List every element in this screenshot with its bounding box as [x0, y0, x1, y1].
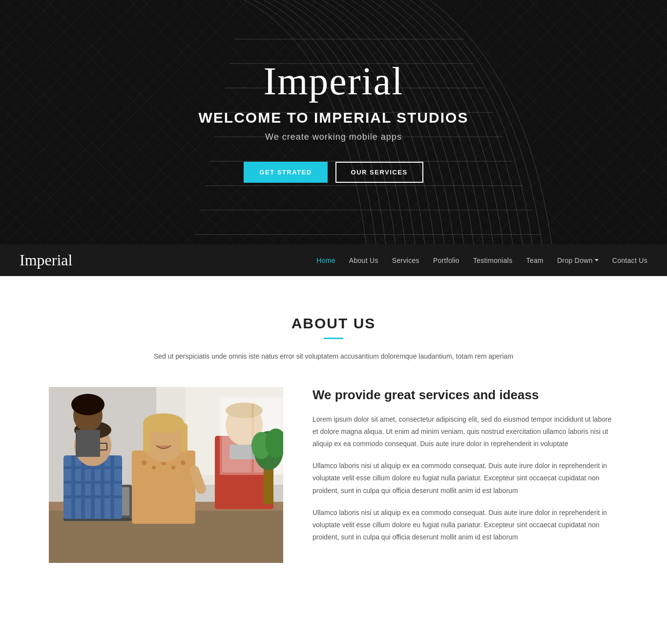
- svg-point-33: [152, 466, 156, 470]
- hero-logo: Imperial: [199, 62, 469, 101]
- nav-link-contact[interactable]: Contact Us: [612, 257, 647, 264]
- svg-rect-48: [76, 430, 100, 457]
- nav-item-home[interactable]: Home: [316, 256, 335, 265]
- navbar: Imperial Home About Us Services Portfoli…: [0, 244, 667, 276]
- hero-buttons: GET STRATED OUR SERVICES: [199, 162, 469, 183]
- nav-link-team[interactable]: Team: [526, 257, 543, 264]
- get-started-button[interactable]: GET STRATED: [244, 162, 327, 183]
- nav-link-portfolio[interactable]: Portfolio: [433, 257, 459, 264]
- about-heading: We provide great services and ideass: [313, 387, 618, 404]
- svg-point-32: [142, 460, 146, 465]
- chevron-down-icon: [595, 259, 599, 261]
- about-title: ABOUT US: [49, 315, 618, 332]
- hero-section: Imperial WELCOME TO IMPERIAL STUDIOS We …: [0, 0, 667, 244]
- about-intro: Sed ut perspiciatis unde omnis iste natu…: [150, 351, 517, 363]
- svg-point-36: [181, 460, 186, 465]
- hero-subtitle: We create working mobile apps: [199, 132, 469, 142]
- nav-links: Home About Us Services Portfolio Testimo…: [316, 256, 647, 265]
- svg-rect-50: [222, 399, 251, 472]
- about-image: [49, 387, 283, 563]
- section-header: ABOUT US Sed ut perspiciatis unde omnis …: [49, 315, 618, 363]
- svg-rect-40: [181, 423, 188, 452]
- nav-item-contact[interactable]: Contact Us: [612, 256, 647, 265]
- about-text: We provide great services and ideass Lor…: [313, 387, 618, 553]
- our-services-button[interactable]: OUR SERVICES: [335, 162, 423, 183]
- nav-item-about[interactable]: About Us: [349, 256, 378, 265]
- nav-link-dropdown[interactable]: Drop Down: [557, 257, 599, 264]
- nav-item-services[interactable]: Services: [392, 256, 419, 265]
- svg-point-47: [71, 394, 104, 415]
- section-divider: [324, 338, 343, 339]
- nav-link-home[interactable]: Home: [316, 257, 335, 264]
- nav-brand[interactable]: Imperial: [20, 251, 72, 269]
- svg-rect-39: [143, 423, 150, 452]
- nav-link-about[interactable]: About Us: [349, 257, 378, 264]
- nav-item-team[interactable]: Team: [526, 256, 543, 265]
- nav-link-services[interactable]: Services: [392, 257, 419, 264]
- nav-item-dropdown[interactable]: Drop Down: [557, 257, 599, 264]
- nav-item-portfolio[interactable]: Portfolio: [433, 256, 459, 265]
- svg-point-35: [171, 466, 175, 470]
- about-section: ABOUT US Sed ut perspiciatis unde omnis …: [0, 276, 667, 592]
- about-paragraph-3: Ullamco laboris nisi ut aliquip ex ea co…: [313, 507, 618, 544]
- nav-link-testimonials[interactable]: Testimonials: [473, 257, 513, 264]
- hero-content: Imperial WELCOME TO IMPERIAL STUDIOS We …: [199, 62, 469, 183]
- hero-title: WELCOME TO IMPERIAL STUDIOS: [199, 109, 469, 126]
- nav-item-testimonials[interactable]: Testimonials: [473, 256, 513, 265]
- about-content: We provide great services and ideass Lor…: [49, 387, 618, 563]
- about-paragraph-1: Lorem ipsum dolor sit amet, consectetur …: [313, 413, 618, 451]
- about-paragraph-2: Ullamco laboris nisi ut aliquip ex ea co…: [313, 460, 618, 497]
